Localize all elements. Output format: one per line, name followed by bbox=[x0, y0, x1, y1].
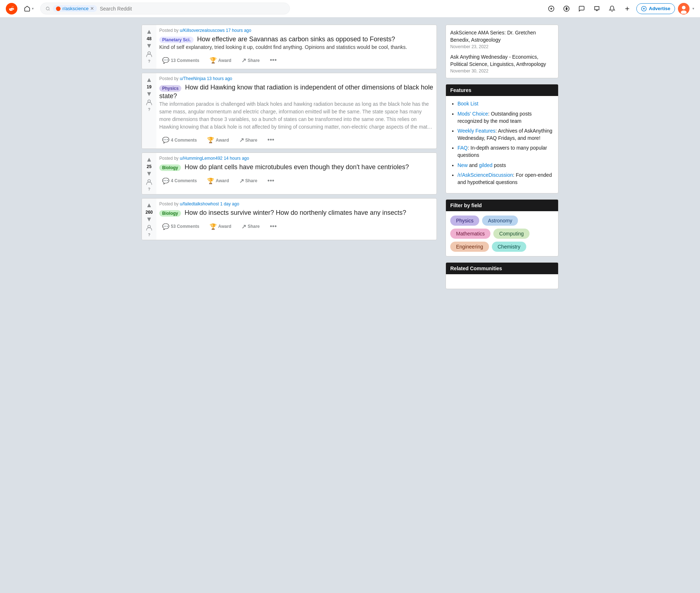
post-title[interactable]: How effective are Savannas as carbon sin… bbox=[197, 36, 395, 43]
faq-link[interactable]: FAQ bbox=[457, 145, 468, 151]
award-label: Award bbox=[218, 58, 231, 63]
more-options-button[interactable]: ••• bbox=[265, 135, 277, 145]
ama-date: November 23, 2022 bbox=[450, 44, 554, 49]
ama-title[interactable]: Ask Anything Wednesday - Economics, Poli… bbox=[450, 54, 554, 68]
share-button[interactable]: ↗ Share bbox=[236, 134, 260, 146]
faq-text: : In-depth answers to many popular quest… bbox=[457, 145, 547, 158]
more-options-button[interactable]: ••• bbox=[267, 55, 280, 66]
share-icon: ↗ bbox=[239, 137, 244, 143]
share-icon: ↗ bbox=[239, 178, 244, 184]
award-icon: 🏆 bbox=[207, 178, 214, 184]
notifications-button[interactable] bbox=[606, 4, 618, 13]
award-button[interactable]: 🏆 Award bbox=[204, 134, 232, 146]
vote-column: ▲ 48 ▼ ? bbox=[142, 25, 156, 69]
post-thumbnail-icon bbox=[145, 50, 153, 58]
subreddit-pill[interactable]: r/askscience ✕ bbox=[53, 5, 97, 12]
post-time: 13 hours ago bbox=[207, 76, 232, 81]
post-card[interactable]: ▲ 260 ▼ ? Posted by u/failedtalkshowhost… bbox=[142, 198, 437, 240]
features-list: Book List Mods' Choice: Outstanding post… bbox=[450, 100, 554, 186]
post-flair[interactable]: Planetary Sci. bbox=[159, 37, 194, 43]
award-button[interactable]: 🏆 Award bbox=[207, 221, 234, 232]
comments-button[interactable]: 💬 13 Comments bbox=[159, 55, 202, 66]
save-icon[interactable]: ? bbox=[148, 59, 151, 63]
save-icon[interactable]: ? bbox=[148, 187, 151, 191]
post-thumbnail-icon bbox=[145, 99, 153, 107]
upvote-icon[interactable]: ▲ bbox=[146, 76, 152, 84]
filter-computing[interactable]: Computing bbox=[493, 229, 530, 239]
post-flair[interactable]: Biology bbox=[159, 164, 181, 171]
list-item: New and gilded posts bbox=[457, 162, 554, 169]
filter-astronomy[interactable]: Astronomy bbox=[482, 216, 518, 226]
comments-button[interactable]: 💬 4 Comments bbox=[159, 175, 200, 187]
home-button[interactable]: ▾ bbox=[21, 4, 37, 13]
ama-title[interactable]: AskScience AMA Series: Dr. Gretchen Bene… bbox=[450, 29, 554, 43]
award-icon: 🏆 bbox=[210, 223, 217, 230]
link-icon bbox=[548, 5, 554, 12]
share-button[interactable]: ↗ Share bbox=[239, 221, 262, 232]
downvote-icon[interactable]: ▼ bbox=[146, 90, 152, 98]
weekly-features-link[interactable]: Weekly Features bbox=[457, 128, 496, 134]
award-button[interactable]: 🏆 Award bbox=[204, 175, 232, 187]
list-item: Mods' Choice: Outstanding posts recogniz… bbox=[457, 110, 554, 125]
filter-physics[interactable]: Physics bbox=[450, 216, 479, 226]
chat-icon bbox=[578, 5, 585, 12]
book-list-link[interactable]: Book List bbox=[457, 101, 478, 107]
share-button[interactable]: ↗ Share bbox=[239, 55, 262, 66]
vote-count: 25 bbox=[147, 164, 151, 169]
ama-widget: AskScience AMA Series: Dr. Gretchen Bene… bbox=[446, 25, 558, 78]
post-author[interactable]: u/failedtalkshowhost bbox=[180, 201, 219, 206]
avatar-icon bbox=[679, 4, 689, 14]
share-button[interactable]: ↗ Share bbox=[236, 175, 260, 187]
post-title[interactable]: How did Hawking know that radiation is i… bbox=[159, 84, 433, 99]
post-card[interactable]: ▲ 25 ▼ ? Posted by u/HummingLemon492 14 … bbox=[142, 153, 437, 195]
coin-icon bbox=[563, 5, 570, 12]
filter-engineering[interactable]: Engineering bbox=[450, 242, 489, 252]
post-flair[interactable]: Biology bbox=[159, 210, 181, 217]
upvote-icon[interactable]: ▲ bbox=[146, 28, 152, 36]
new-link[interactable]: New bbox=[457, 162, 468, 168]
post-author[interactable]: u/TheeNinjaa bbox=[180, 76, 206, 81]
post-author[interactable]: u/HummingLemon492 bbox=[180, 156, 223, 161]
upvote-icon[interactable]: ▲ bbox=[146, 156, 152, 163]
post-card[interactable]: ▲ 19 ▼ ? Posted by u/TheeNinjaa 13 hours… bbox=[142, 73, 437, 149]
search-bar[interactable]: r/askscience ✕ bbox=[40, 3, 290, 14]
add-post-button[interactable] bbox=[621, 4, 633, 13]
save-icon[interactable]: ? bbox=[148, 107, 151, 112]
award-button[interactable]: 🏆 Award bbox=[207, 55, 234, 66]
comments-icon: 💬 bbox=[162, 178, 169, 184]
save-icon[interactable]: ? bbox=[148, 233, 151, 237]
share-label: Share bbox=[245, 178, 257, 183]
award-label: Award bbox=[218, 224, 231, 229]
remove-subreddit-icon[interactable]: ✕ bbox=[90, 6, 94, 11]
post-author[interactable]: u/Killsoverzealouscows bbox=[180, 28, 225, 33]
mods-choice-link[interactable]: Mods' Choice bbox=[457, 111, 488, 117]
more-options-button[interactable]: ••• bbox=[265, 176, 277, 186]
award-icon: 🏆 bbox=[207, 137, 214, 143]
sidebar: AskScience AMA Series: Dr. Gretchen Bene… bbox=[446, 25, 558, 289]
downvote-icon[interactable]: ▼ bbox=[146, 170, 152, 178]
comments-button[interactable]: 💬 53 Comments bbox=[159, 221, 202, 232]
askscience-discussion-link[interactable]: /r/AskScienceDiscussion bbox=[457, 172, 513, 178]
reddit-logo[interactable] bbox=[6, 3, 17, 14]
post-title[interactable]: How do plant cells have microtubules eve… bbox=[185, 163, 409, 171]
gilded-link[interactable]: gilded bbox=[479, 162, 492, 168]
advertise-button[interactable]: Advertise bbox=[636, 3, 675, 14]
post-card[interactable]: ▲ 48 ▼ ? Posted by u/Killsoverzealouscow… bbox=[142, 25, 437, 69]
related-header: Related Communities bbox=[446, 263, 558, 274]
post-flair[interactable]: Physics bbox=[159, 85, 181, 92]
downvote-icon[interactable]: ▼ bbox=[146, 216, 152, 223]
upvote-icon[interactable]: ▲ bbox=[146, 201, 152, 209]
coin-button[interactable] bbox=[560, 4, 573, 13]
post-title[interactable]: How do insects survive winter? How do no… bbox=[185, 209, 406, 216]
search-input[interactable] bbox=[100, 6, 284, 12]
comments-button[interactable]: 💬 4 Comments bbox=[159, 134, 200, 146]
filter-mathematics[interactable]: Mathematics bbox=[450, 229, 490, 239]
chat-button[interactable] bbox=[575, 4, 588, 13]
messaging-button[interactable] bbox=[591, 4, 603, 13]
share-label: Share bbox=[248, 58, 260, 63]
filter-chemistry[interactable]: Chemistry bbox=[492, 242, 526, 252]
user-avatar[interactable] bbox=[678, 3, 690, 14]
more-options-button[interactable]: ••• bbox=[267, 221, 280, 232]
downvote-icon[interactable]: ▼ bbox=[146, 42, 152, 50]
link-karma-button[interactable] bbox=[545, 4, 557, 13]
